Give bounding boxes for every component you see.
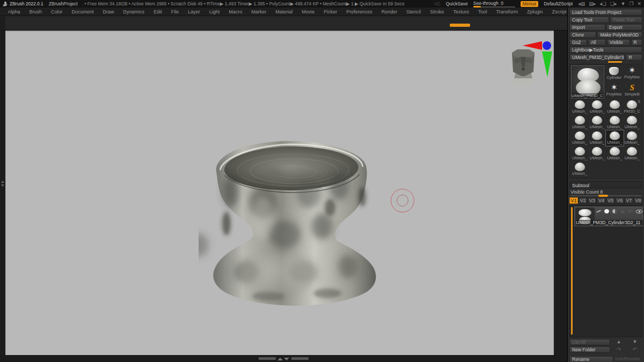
new-folder-button[interactable]: New Folder	[569, 346, 610, 353]
quick-pick-cylinder[interactable]: Cylinder	[605, 65, 623, 82]
sculpted-model[interactable]	[199, 111, 392, 315]
quick-pick-polymes[interactable]: ✶PolyMes	[605, 83, 623, 99]
visible-count-track[interactable]	[570, 195, 641, 196]
subtool-tab-v2[interactable]: V2	[579, 197, 587, 204]
subtool-scrollbar[interactable]	[571, 207, 573, 335]
tool-thumbnail-16[interactable]: UMesh_	[571, 161, 589, 177]
menu-tool[interactable]: Tool	[473, 9, 492, 14]
float-right-icon[interactable]: ❏▸	[610, 1, 617, 6]
goz-all-button[interactable]: All	[588, 39, 606, 46]
subtool-tab-v7[interactable]: V7	[625, 197, 633, 204]
subtool-up-icon[interactable]: ▲	[611, 339, 626, 345]
menu-render[interactable]: Render	[377, 9, 402, 14]
visible-count-knob[interactable]	[598, 195, 608, 197]
menu-alpha[interactable]: Alpha	[3, 9, 25, 14]
tool-thumbnail-4[interactable]: UMesh_	[571, 115, 589, 130]
menu-stencil[interactable]: Stencil	[402, 9, 426, 14]
subtool-tab-v1[interactable]: V1	[569, 197, 578, 204]
load-tools-button[interactable]: Load Tools From Project	[569, 9, 642, 16]
menu-picker[interactable]: Picker	[319, 9, 342, 14]
sculpt-toggle-icon[interactable]	[596, 210, 601, 213]
tool-thumbnail-1[interactable]: UMesh_	[589, 99, 606, 115]
menu-layer[interactable]: Layer	[184, 9, 205, 14]
see-through-slider[interactable]: See-through 0	[473, 1, 515, 8]
menu-preferences[interactable]: Preferences	[342, 9, 377, 14]
tool-thumbnail-15[interactable]: UMesh_	[624, 146, 641, 161]
uv-toggle-icon[interactable]	[620, 210, 625, 213]
visibility-eye-icon[interactable]	[636, 210, 642, 213]
subtool-tab-v6[interactable]: V6	[616, 197, 624, 204]
subtool-list[interactable]: UMesh_PM3D_Cylinder3D2_11	[569, 205, 642, 337]
menu-light[interactable]: Light	[204, 9, 224, 14]
current-tool-slider[interactable]: UMesh_PM3D_Cylinder3D2_1	[569, 54, 625, 61]
menu-document[interactable]: Document	[67, 9, 98, 14]
shelf-divider-handle[interactable]	[450, 24, 470, 27]
subtool-header[interactable]: Subtool	[569, 181, 642, 188]
menu-color[interactable]: Color	[47, 9, 68, 14]
current-tool-slider-track[interactable]	[569, 61, 642, 63]
quicksave-button[interactable]: QuickSave	[446, 1, 468, 6]
clone-button[interactable]: Clone	[569, 32, 596, 38]
menu-dynamics[interactable]: Dynamics	[119, 9, 149, 14]
export-button[interactable]: Export	[606, 24, 642, 31]
tool-thumbnail-11[interactable]: UMesh_	[624, 130, 641, 146]
subtool-tab-v4[interactable]: V4	[597, 197, 605, 204]
restore-icon[interactable]: ❐	[629, 1, 633, 6]
goz-button[interactable]: GoZ	[569, 39, 587, 46]
tool-thumbnail-5[interactable]: UMesh_	[589, 115, 606, 130]
menu-zplugin[interactable]: Zplugin	[523, 9, 548, 14]
goz-r-button[interactable]: R	[631, 39, 642, 46]
tool-thumbnail-6[interactable]: UMesh_	[606, 115, 624, 130]
active-tool-thumbnail[interactable]: UMesh_PM3D_C	[571, 65, 604, 99]
menu-file[interactable]: File	[166, 9, 184, 14]
float-left-icon[interactable]: ◂❏	[599, 1, 606, 6]
camera-gizmo[interactable]	[499, 39, 558, 88]
subtool-item[interactable]: UMesh_PM3D_Cylinder3D2_11	[574, 206, 643, 226]
menu-draw[interactable]: Draw	[98, 9, 119, 14]
menus-toggle-button[interactable]: Menus	[521, 1, 539, 7]
close-icon[interactable]: ✕	[637, 1, 641, 6]
subtool-down-icon[interactable]: ▼	[627, 339, 642, 345]
tool-thumbnail-9[interactable]: UMesh_	[589, 130, 606, 146]
rename-button[interactable]: Rename	[569, 356, 613, 362]
left-tray-open-icon[interactable]	[1, 181, 4, 183]
tool-thumbnail-13[interactable]: UMesh_	[589, 146, 606, 161]
quick-pick-simpleb[interactable]: SSimpleB	[624, 83, 641, 99]
menu-stroke[interactable]: Stroke	[426, 9, 449, 14]
bottom-tray-open-icon[interactable]	[277, 358, 283, 360]
tool-thumbnail-14[interactable]: UMesh_	[606, 146, 624, 161]
paint-toggle-icon[interactable]	[604, 209, 609, 213]
subtool-tab-v5[interactable]: V5	[606, 197, 615, 204]
menu-brush[interactable]: Brush	[25, 9, 47, 14]
polypaint-colorize-icon[interactable]	[612, 209, 617, 213]
tool-thumbnail-12[interactable]: UMesh_	[571, 146, 589, 161]
tool-thumbnail-0[interactable]: UMesh_	[571, 99, 589, 115]
dock-left-icon[interactable]: ◂▤	[578, 1, 585, 6]
document-canvas[interactable]	[5, 31, 554, 355]
menu-transform[interactable]: Transform	[492, 9, 523, 14]
bottom-divider-bar-right[interactable]	[291, 357, 309, 360]
quick-pick-polymes[interactable]: ✶PolyMes	[624, 65, 641, 82]
visible-count-slider[interactable]: Visible Count 8	[569, 188, 642, 195]
bottom-tray-close-icon[interactable]	[284, 358, 289, 360]
tool-thumbnail-7[interactable]: UMesh_	[624, 115, 641, 130]
current-tool-r-button[interactable]: R	[626, 54, 642, 61]
tool-thumbnail-10[interactable]: UMesh_	[606, 130, 624, 146]
menu-edit[interactable]: Edit	[149, 9, 167, 14]
bottom-divider-bar-left[interactable]	[259, 357, 276, 360]
dock-right-icon[interactable]: ▤▸	[589, 1, 596, 6]
current-tool-slider-knob[interactable]	[608, 61, 622, 63]
tool-thumbnail-2[interactable]: UMesh_	[606, 99, 624, 115]
subtool-tab-v3[interactable]: V3	[588, 197, 596, 204]
menu-macro[interactable]: Macro	[224, 9, 247, 14]
subtool-tab-v8[interactable]: V8	[634, 197, 642, 204]
bottom-tray-divider[interactable]	[0, 355, 567, 362]
import-button[interactable]: Import	[569, 24, 605, 31]
lightbox-tools-button[interactable]: Lightbox▶Tools	[569, 47, 642, 53]
left-tray-divider[interactable]	[0, 17, 5, 355]
tool-thumbnail-3[interactable]: PM3D_C5	[624, 99, 641, 115]
copy-tool-button[interactable]: Copy Tool	[569, 17, 609, 23]
menu-marker[interactable]: Marker	[247, 9, 271, 14]
displacement-toggle-icon[interactable]	[628, 210, 633, 213]
tool-thumbnail-8[interactable]: UMesh_	[571, 130, 589, 146]
